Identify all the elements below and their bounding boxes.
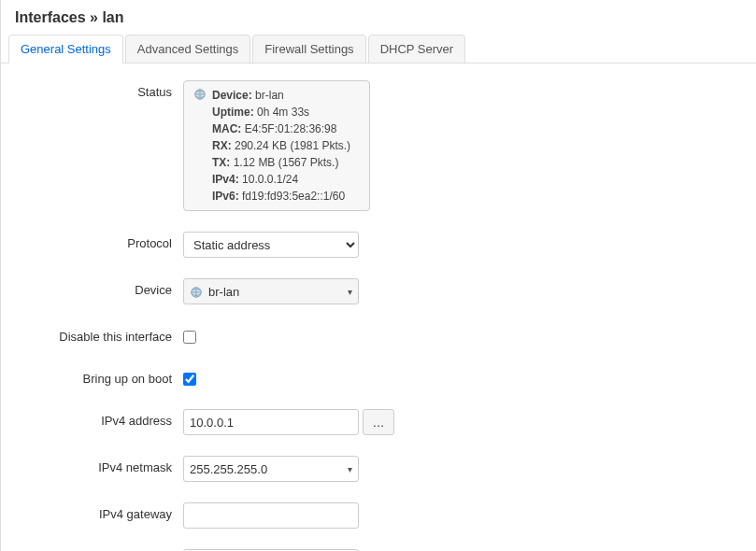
form-area: Status Device: br-lan Uptime: 0h 4m 33s … (1, 64, 756, 551)
device-icon (193, 88, 207, 101)
label-disable: Disable this interface (15, 325, 183, 344)
label-ipv4-gateway: IPv4 gateway (15, 502, 183, 521)
status-device-value: br-lan (255, 89, 284, 102)
status-tx-label: TX: (212, 156, 230, 169)
ipv4-netmask-select[interactable]: 255.255.255.0 ▾ (183, 456, 359, 482)
status-ipv4-value: 10.0.0.1/24 (242, 173, 298, 186)
label-ipv4-address: IPv4 address (15, 409, 183, 428)
device-select[interactable]: br-lan ▾ (183, 278, 359, 304)
ipv4-address-input[interactable] (183, 409, 359, 435)
status-ipv6-value: fd19:fd93:5ea2::1/60 (242, 190, 345, 203)
device-select-icon (190, 286, 203, 299)
ipv4-gateway-input[interactable] (183, 502, 359, 529)
tab-general-settings[interactable]: General Settings (8, 35, 123, 64)
modal-container: Interfaces » lan General Settings Advanc… (0, 0, 756, 551)
disable-interface-checkbox[interactable] (183, 331, 196, 344)
label-status: Status (15, 80, 183, 99)
chevron-down-icon: ▾ (348, 464, 352, 474)
bring-up-on-boot-checkbox[interactable] (183, 373, 196, 386)
protocol-select[interactable]: Static address (183, 232, 359, 258)
tab-firewall-settings[interactable]: Firewall Settings (252, 35, 365, 64)
status-box: Device: br-lan Uptime: 0h 4m 33s MAC: E4… (183, 80, 370, 211)
ipv4-address-more-button[interactable]: … (363, 409, 394, 435)
status-rx-value: 290.24 KB (1981 Pkts.) (235, 139, 350, 152)
tab-advanced-settings[interactable]: Advanced Settings (125, 35, 250, 64)
label-ipv4-netmask: IPv4 netmask (15, 456, 183, 474)
ipv4-netmask-value: 255.255.255.0 (190, 462, 267, 476)
status-mac-label: MAC: (212, 122, 241, 135)
status-uptime-value: 0h 4m 33s (257, 106, 309, 119)
label-bring-up: Bring up on boot (15, 367, 183, 386)
chevron-down-icon: ▾ (348, 287, 352, 297)
status-uptime-label: Uptime: (212, 106, 254, 119)
page-title: Interfaces » lan (1, 0, 756, 34)
tab-dhcp-server[interactable]: DHCP Server (368, 35, 466, 64)
tabs: General Settings Advanced Settings Firew… (1, 34, 756, 64)
status-ipv6-label: IPv6: (212, 190, 239, 203)
label-device: Device (15, 278, 183, 297)
status-mac-value: E4:5F:01:28:36:98 (245, 122, 337, 135)
device-select-value: br-lan (208, 285, 239, 299)
status-rx-label: RX: (212, 139, 232, 152)
status-tx-value: 1.12 MB (1567 Pkts.) (234, 156, 339, 169)
status-device-label: Device: (212, 89, 252, 102)
label-protocol: Protocol (15, 232, 183, 250)
status-ipv4-label: IPv4: (212, 173, 239, 186)
